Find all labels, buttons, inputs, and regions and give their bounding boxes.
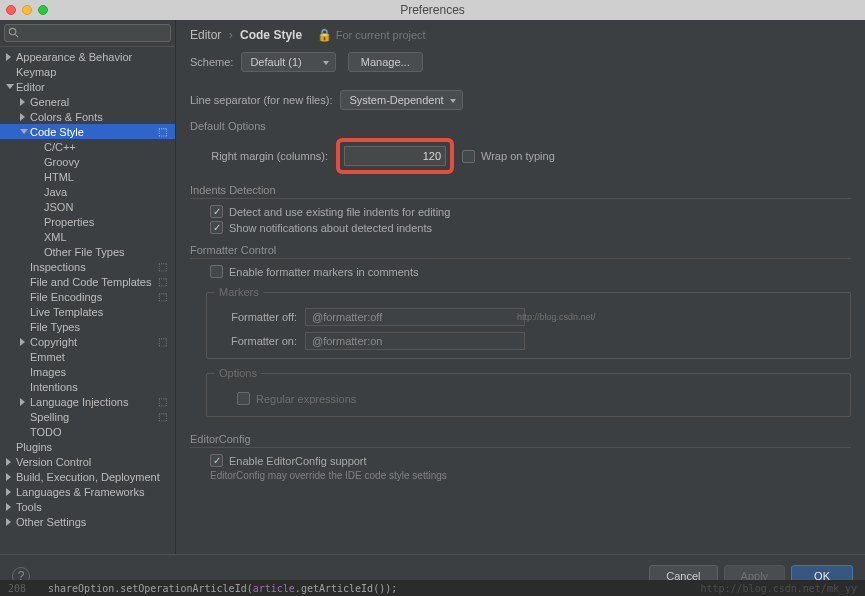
tree-item-file-encodings[interactable]: File Encodings⬚ bbox=[0, 289, 175, 304]
tree-item-java[interactable]: Java bbox=[0, 184, 175, 199]
preferences-tree[interactable]: Appearance & BehaviorKeymapEditorGeneral… bbox=[0, 47, 175, 554]
editorconfig-checkbox[interactable] bbox=[210, 454, 223, 467]
tree-item-inspections[interactable]: Inspections⬚ bbox=[0, 259, 175, 274]
tree-arrow-icon bbox=[34, 203, 42, 211]
tree-item-editor[interactable]: Editor bbox=[0, 79, 175, 94]
regex-label: Regular expressions bbox=[256, 393, 356, 405]
tree-item-live-templates[interactable]: Live Templates bbox=[0, 304, 175, 319]
scheme-select[interactable]: Default (1) bbox=[241, 52, 335, 72]
tree-item-language-injections[interactable]: Language Injections⬚ bbox=[0, 394, 175, 409]
tree-item-json[interactable]: JSON bbox=[0, 199, 175, 214]
close-icon[interactable] bbox=[6, 5, 16, 15]
tree-item-label: Copyright bbox=[30, 336, 77, 348]
line-separator-label: Line separator (for new files): bbox=[190, 94, 332, 106]
tree-item-label: General bbox=[30, 96, 69, 108]
formatter-on-label: Formatter on: bbox=[217, 335, 297, 347]
tree-arrow-icon bbox=[20, 278, 28, 286]
line-number: 208 bbox=[8, 583, 48, 594]
tree-item-xml[interactable]: XML bbox=[0, 229, 175, 244]
tree-item-emmet[interactable]: Emmet bbox=[0, 349, 175, 364]
tree-arrow-icon bbox=[6, 84, 14, 92]
window-controls bbox=[6, 5, 48, 15]
tree-item-label: Images bbox=[30, 366, 66, 378]
tree-item-label: Groovy bbox=[44, 156, 79, 168]
tree-item-properties[interactable]: Properties bbox=[0, 214, 175, 229]
tree-item-plugins[interactable]: Plugins bbox=[0, 439, 175, 454]
tree-item-intentions[interactable]: Intentions bbox=[0, 379, 175, 394]
per-project-icon: ⬚ bbox=[158, 261, 171, 272]
settings-content: Editor › Code Style 🔒 For current projec… bbox=[176, 20, 865, 554]
tree-item-label: File and Code Templates bbox=[30, 276, 151, 288]
formatter-off-input bbox=[305, 308, 525, 326]
tree-item-label: Emmet bbox=[30, 351, 65, 363]
default-options-title: Default Options bbox=[190, 120, 851, 132]
tree-item-colors-fonts[interactable]: Colors & Fonts bbox=[0, 109, 175, 124]
tree-arrow-icon bbox=[20, 353, 28, 361]
tree-arrow-icon bbox=[34, 188, 42, 196]
window-title: Preferences bbox=[400, 3, 465, 17]
tree-item-file-types[interactable]: File Types bbox=[0, 319, 175, 334]
tree-item-label: Language Injections bbox=[30, 396, 128, 408]
tree-arrow-icon bbox=[20, 323, 28, 331]
scheme-label: Scheme: bbox=[190, 56, 233, 68]
tree-item-groovy[interactable]: Groovy bbox=[0, 154, 175, 169]
tree-arrow-icon bbox=[20, 413, 28, 421]
tree-arrow-icon bbox=[20, 383, 28, 391]
tree-item-label: Version Control bbox=[16, 456, 91, 468]
tree-item-build-execution-deployment[interactable]: Build, Execution, Deployment bbox=[0, 469, 175, 484]
enable-formatter-checkbox[interactable] bbox=[210, 265, 223, 278]
tree-item-label: Other File Types bbox=[44, 246, 125, 258]
detect-indents-checkbox[interactable] bbox=[210, 205, 223, 218]
indents-detection-title: Indents Detection bbox=[190, 184, 851, 199]
watermark-text: http://blog.csdn.net/ bbox=[517, 312, 596, 322]
show-notifications-checkbox[interactable] bbox=[210, 221, 223, 234]
options-legend: Options bbox=[215, 367, 261, 379]
tree-item-keymap[interactable]: Keymap bbox=[0, 64, 175, 79]
tree-item-html[interactable]: HTML bbox=[0, 169, 175, 184]
formatter-control-title: Formatter Control bbox=[190, 244, 851, 259]
wrap-on-typing-checkbox[interactable] bbox=[462, 150, 475, 163]
line-separator-value: System-Dependent bbox=[349, 94, 443, 106]
tree-item-tools[interactable]: Tools bbox=[0, 499, 175, 514]
tree-item-label: Build, Execution, Deployment bbox=[16, 471, 160, 483]
tree-item-todo[interactable]: TODO bbox=[0, 424, 175, 439]
tree-item-label: Java bbox=[44, 186, 67, 198]
search-icon bbox=[8, 27, 19, 38]
tree-arrow-icon bbox=[20, 263, 28, 271]
tree-item-label: Other Settings bbox=[16, 516, 86, 528]
tree-item-general[interactable]: General bbox=[0, 94, 175, 109]
tree-item-other-settings[interactable]: Other Settings bbox=[0, 514, 175, 529]
preferences-sidebar: Appearance & BehaviorKeymapEditorGeneral… bbox=[0, 20, 176, 554]
tree-arrow-icon bbox=[20, 368, 28, 376]
search-input[interactable] bbox=[4, 24, 171, 42]
editorconfig-hint: EditorConfig may override the IDE code s… bbox=[210, 470, 851, 481]
zoom-icon[interactable] bbox=[38, 5, 48, 15]
manage-button[interactable]: Manage... bbox=[348, 52, 423, 72]
enable-formatter-label: Enable formatter markers in comments bbox=[229, 266, 419, 278]
formatter-on-input bbox=[305, 332, 525, 350]
tree-item-label: Intentions bbox=[30, 381, 78, 393]
tree-item-c-c-[interactable]: C/C++ bbox=[0, 139, 175, 154]
tree-arrow-icon bbox=[6, 488, 14, 496]
tree-item-images[interactable]: Images bbox=[0, 364, 175, 379]
tree-arrow-icon bbox=[20, 308, 28, 316]
tree-arrow-icon bbox=[20, 113, 28, 121]
tree-item-label: Code Style bbox=[30, 126, 84, 138]
tree-item-appearance-behavior[interactable]: Appearance & Behavior bbox=[0, 49, 175, 64]
tree-item-other-file-types[interactable]: Other File Types bbox=[0, 244, 175, 259]
tree-item-copyright[interactable]: Copyright⬚ bbox=[0, 334, 175, 349]
tree-item-code-style[interactable]: Code Style⬚ bbox=[0, 124, 175, 139]
right-margin-input[interactable] bbox=[344, 146, 446, 166]
tree-item-version-control[interactable]: Version Control bbox=[0, 454, 175, 469]
editor-code-background: 208 shareOption.setOperationArticleId(ar… bbox=[0, 580, 865, 596]
tree-item-file-and-code-templates[interactable]: File and Code Templates⬚ bbox=[0, 274, 175, 289]
tree-arrow-icon bbox=[6, 443, 14, 451]
tree-item-label: Live Templates bbox=[30, 306, 103, 318]
tree-item-spelling[interactable]: Spelling⬚ bbox=[0, 409, 175, 424]
formatter-off-label: Formatter off: bbox=[217, 311, 297, 323]
minimize-icon[interactable] bbox=[22, 5, 32, 15]
markers-legend: Markers bbox=[215, 286, 263, 298]
per-project-icon: ⬚ bbox=[158, 291, 171, 302]
tree-item-languages-frameworks[interactable]: Languages & Frameworks bbox=[0, 484, 175, 499]
line-separator-select[interactable]: System-Dependent bbox=[340, 90, 462, 110]
